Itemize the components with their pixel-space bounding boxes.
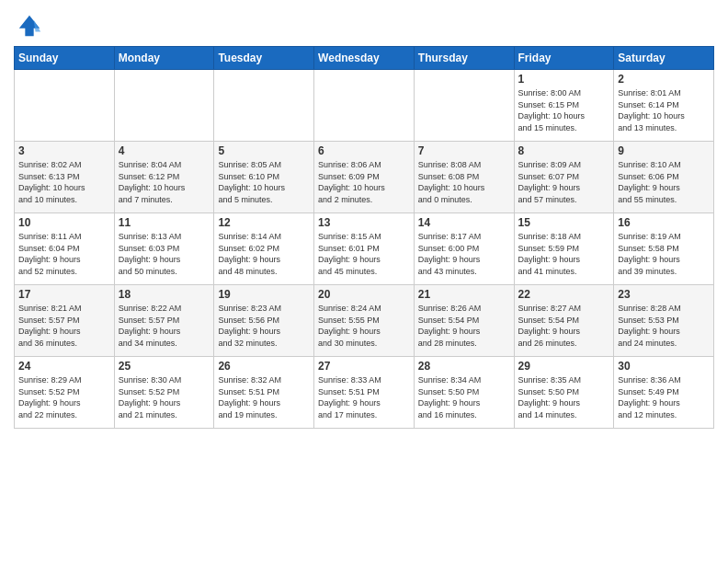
day-info: Sunrise: 8:26 AM Sunset: 5:54 PM Dayligh… [418,303,510,349]
logo-icon [17,13,42,39]
day-number: 3 [18,144,110,157]
day-info: Sunrise: 8:04 AM Sunset: 6:12 PM Dayligh… [119,159,210,205]
day-info: Sunrise: 8:01 AM Sunset: 6:14 PM Dayligh… [618,87,710,133]
calendar-week-2: 10Sunrise: 8:11 AM Sunset: 6:04 PM Dayli… [15,213,714,285]
day-header-sunday: Sunday [15,47,115,70]
day-info: Sunrise: 8:10 AM Sunset: 6:06 PM Dayligh… [618,159,710,205]
page: SundayMondayTuesdayWednesdayThursdayFrid… [0,0,728,563]
calendar-cell: 5Sunrise: 8:05 AM Sunset: 6:10 PM Daylig… [214,142,314,213]
day-number: 13 [318,216,410,229]
day-info: Sunrise: 8:09 AM Sunset: 6:07 PM Dayligh… [518,159,610,205]
calendar-cell: 13Sunrise: 8:15 AM Sunset: 6:01 PM Dayli… [314,213,415,285]
calendar-cell: 16Sunrise: 8:19 AM Sunset: 5:58 PM Dayli… [614,213,714,285]
day-info: Sunrise: 8:17 AM Sunset: 6:00 PM Dayligh… [418,231,510,277]
calendar-cell: 1Sunrise: 8:00 AM Sunset: 6:15 PM Daylig… [514,70,614,142]
calendar-cell: 25Sunrise: 8:30 AM Sunset: 5:52 PM Dayli… [114,357,214,429]
day-info: Sunrise: 8:08 AM Sunset: 6:08 PM Dayligh… [418,159,510,205]
calendar-cell: 22Sunrise: 8:27 AM Sunset: 5:54 PM Dayli… [514,285,614,357]
day-info: Sunrise: 8:18 AM Sunset: 5:59 PM Dayligh… [518,231,610,277]
day-info: Sunrise: 8:33 AM Sunset: 5:51 PM Dayligh… [318,374,410,420]
day-number: 20 [318,288,410,301]
day-info: Sunrise: 8:02 AM Sunset: 6:13 PM Dayligh… [18,159,110,205]
day-number: 1 [518,73,610,86]
day-number: 11 [119,216,210,229]
day-info: Sunrise: 8:29 AM Sunset: 5:52 PM Dayligh… [18,374,110,420]
day-number: 21 [418,288,510,301]
day-header-monday: Monday [114,47,214,70]
day-info: Sunrise: 8:35 AM Sunset: 5:50 PM Dayligh… [518,374,610,420]
day-number: 26 [218,360,310,373]
day-number: 16 [618,216,710,229]
day-info: Sunrise: 8:05 AM Sunset: 6:10 PM Dayligh… [218,159,310,205]
calendar-week-4: 24Sunrise: 8:29 AM Sunset: 5:52 PM Dayli… [15,357,714,429]
day-number: 5 [218,144,310,157]
day-number: 28 [418,360,510,373]
calendar-cell: 23Sunrise: 8:28 AM Sunset: 5:53 PM Dayli… [614,285,714,357]
calendar-cell: 19Sunrise: 8:23 AM Sunset: 5:56 PM Dayli… [214,285,314,357]
day-info: Sunrise: 8:24 AM Sunset: 5:55 PM Dayligh… [318,303,410,349]
calendar-cell: 28Sunrise: 8:34 AM Sunset: 5:50 PM Dayli… [414,357,514,429]
calendar-cell: 17Sunrise: 8:21 AM Sunset: 5:57 PM Dayli… [15,285,115,357]
day-info: Sunrise: 8:06 AM Sunset: 6:09 PM Dayligh… [318,159,410,205]
calendar-cell: 30Sunrise: 8:36 AM Sunset: 5:49 PM Dayli… [614,357,714,429]
day-number: 15 [518,216,610,229]
calendar-cell: 27Sunrise: 8:33 AM Sunset: 5:51 PM Dayli… [314,357,415,429]
day-number: 18 [119,288,210,301]
day-info: Sunrise: 8:19 AM Sunset: 5:58 PM Dayligh… [618,231,710,277]
day-info: Sunrise: 8:23 AM Sunset: 5:56 PM Dayligh… [218,303,310,349]
day-info: Sunrise: 8:36 AM Sunset: 5:49 PM Dayligh… [618,374,710,420]
calendar-cell: 11Sunrise: 8:13 AM Sunset: 6:03 PM Dayli… [114,213,214,285]
day-info: Sunrise: 8:34 AM Sunset: 5:50 PM Dayligh… [418,374,510,420]
calendar-cell: 15Sunrise: 8:18 AM Sunset: 5:59 PM Dayli… [514,213,614,285]
day-number: 2 [618,73,710,86]
day-header-thursday: Thursday [414,47,514,70]
calendar-week-3: 17Sunrise: 8:21 AM Sunset: 5:57 PM Dayli… [15,285,714,357]
day-number: 4 [119,144,210,157]
day-info: Sunrise: 8:13 AM Sunset: 6:03 PM Dayligh… [119,231,210,277]
calendar-cell: 29Sunrise: 8:35 AM Sunset: 5:50 PM Dayli… [514,357,614,429]
calendar: SundayMondayTuesdayWednesdayThursdayFrid… [14,46,714,429]
calendar-cell: 10Sunrise: 8:11 AM Sunset: 6:04 PM Dayli… [15,213,115,285]
calendar-cell: 21Sunrise: 8:26 AM Sunset: 5:54 PM Dayli… [414,285,514,357]
day-number: 19 [218,288,310,301]
header [14,9,714,39]
calendar-cell: 7Sunrise: 8:08 AM Sunset: 6:08 PM Daylig… [414,142,514,213]
calendar-cell: 26Sunrise: 8:32 AM Sunset: 5:51 PM Dayli… [214,357,314,429]
day-info: Sunrise: 8:30 AM Sunset: 5:52 PM Dayligh… [119,374,210,420]
day-number: 10 [18,216,110,229]
calendar-cell [15,70,115,142]
day-info: Sunrise: 8:27 AM Sunset: 5:54 PM Dayligh… [518,303,610,349]
calendar-week-0: 1Sunrise: 8:00 AM Sunset: 6:15 PM Daylig… [15,70,714,142]
day-number: 12 [218,216,310,229]
calendar-cell: 6Sunrise: 8:06 AM Sunset: 6:09 PM Daylig… [314,142,415,213]
calendar-week-1: 3Sunrise: 8:02 AM Sunset: 6:13 PM Daylig… [15,142,714,213]
day-number: 29 [518,360,610,373]
day-header-friday: Friday [514,47,614,70]
day-number: 8 [518,144,610,157]
calendar-cell: 8Sunrise: 8:09 AM Sunset: 6:07 PM Daylig… [514,142,614,213]
calendar-cell: 3Sunrise: 8:02 AM Sunset: 6:13 PM Daylig… [15,142,115,213]
calendar-cell [214,70,314,142]
calendar-cell: 12Sunrise: 8:14 AM Sunset: 6:02 PM Dayli… [214,213,314,285]
calendar-cell: 18Sunrise: 8:22 AM Sunset: 5:57 PM Dayli… [114,285,214,357]
day-number: 27 [318,360,410,373]
day-info: Sunrise: 8:14 AM Sunset: 6:02 PM Dayligh… [218,231,310,277]
day-info: Sunrise: 8:11 AM Sunset: 6:04 PM Dayligh… [18,231,110,277]
day-info: Sunrise: 8:15 AM Sunset: 6:01 PM Dayligh… [318,231,410,277]
day-number: 6 [318,144,410,157]
calendar-cell: 4Sunrise: 8:04 AM Sunset: 6:12 PM Daylig… [114,142,214,213]
day-number: 9 [618,144,710,157]
day-info: Sunrise: 8:28 AM Sunset: 5:53 PM Dayligh… [618,303,710,349]
calendar-cell: 14Sunrise: 8:17 AM Sunset: 6:00 PM Dayli… [414,213,514,285]
day-header-wednesday: Wednesday [314,47,415,70]
day-info: Sunrise: 8:00 AM Sunset: 6:15 PM Dayligh… [518,87,610,133]
calendar-cell: 9Sunrise: 8:10 AM Sunset: 6:06 PM Daylig… [614,142,714,213]
day-info: Sunrise: 8:21 AM Sunset: 5:57 PM Dayligh… [18,303,110,349]
day-number: 30 [618,360,710,373]
day-number: 22 [518,288,610,301]
day-number: 7 [418,144,510,157]
day-header-saturday: Saturday [614,47,714,70]
day-info: Sunrise: 8:22 AM Sunset: 5:57 PM Dayligh… [119,303,210,349]
day-number: 17 [18,288,110,301]
day-header-tuesday: Tuesday [214,47,314,70]
